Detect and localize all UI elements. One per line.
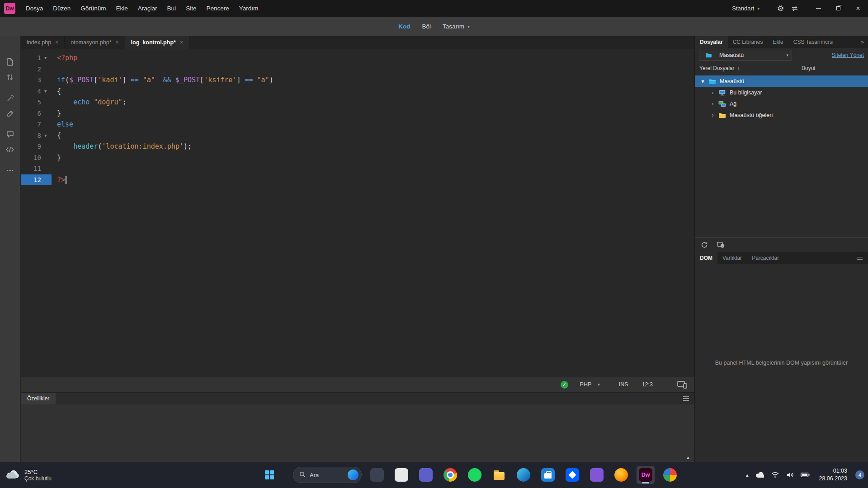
tab-properties[interactable]: Özellikler	[21, 393, 56, 404]
code-text[interactable]: else	[52, 120, 73, 128]
site-reports-icon[interactable]	[717, 241, 725, 248]
panel-menu-icon[interactable]	[683, 396, 689, 397]
code-line-12[interactable]: 12?>	[21, 174, 694, 186]
code-text[interactable]: header('location:index.php');	[52, 142, 192, 150]
teams-app[interactable]	[417, 466, 435, 484]
code-line-10[interactable]: 10}	[21, 152, 694, 164]
panel-menu-icon[interactable]	[857, 256, 863, 257]
view-mode-kod[interactable]: Kod	[398, 23, 410, 30]
panel-tab-cc-libraries[interactable]: CC Libraries	[728, 36, 768, 48]
spotify-app[interactable]	[466, 466, 484, 484]
menu-item-site[interactable]: Site	[181, 5, 201, 12]
code-text[interactable]: if($_POST['kadi'] == "a" && $_POST['ksif…	[52, 76, 274, 84]
notification-badge[interactable]: 4	[855, 470, 864, 479]
workspace-switcher[interactable]: Standart ▾	[732, 5, 760, 12]
chevron-down-icon[interactable]: ▾	[699, 78, 706, 84]
search-box[interactable]: Ara	[293, 467, 362, 483]
panel-tab-ekle[interactable]: Ekle	[768, 36, 788, 48]
comments-icon[interactable]	[0, 127, 20, 142]
document-tab-otomasyon-php[interactable]: otomasyon.php*×	[65, 36, 125, 49]
code-line-7[interactable]: 7else	[21, 119, 694, 130]
realtime-preview-icon[interactable]	[677, 380, 687, 389]
language-selector[interactable]: PHP ▾	[580, 381, 600, 388]
fold-marker-icon[interactable]: ▼	[44, 89, 52, 94]
menu-item-araclar[interactable]: Araçlar	[133, 5, 162, 12]
code-line-11[interactable]: 11	[21, 163, 694, 174]
code-line-5[interactable]: 5 echo "doğru";	[21, 97, 694, 108]
wifi-icon[interactable]	[771, 472, 779, 478]
menu-item-yard-m[interactable]: Yardım	[234, 5, 264, 12]
dom-tab-varl-klar[interactable]: Varlıklar	[717, 252, 747, 264]
format-brush-icon[interactable]	[0, 106, 20, 121]
sync-arrows-icon[interactable]	[0, 70, 20, 85]
menu-item-gorunum[interactable]: Görünüm	[75, 5, 111, 12]
tree-item-bu-bilgisayar[interactable]: ›Bu bilgisayar	[695, 87, 868, 98]
menu-item-pencere[interactable]: Pencere	[201, 5, 234, 12]
chevron-right-icon[interactable]: ›	[709, 101, 716, 107]
more-tools-icon[interactable]	[0, 163, 20, 178]
tree-item-ag[interactable]: ›Ağ	[695, 98, 868, 109]
close-icon[interactable]: ×	[180, 39, 183, 46]
gear-icon[interactable]	[774, 3, 786, 14]
code-line-3[interactable]: 3if($_POST['kadi'] == "a" && $_POST['ksi…	[21, 75, 694, 86]
store-app[interactable]	[539, 466, 557, 484]
scroll-up-icon[interactable]: ▲	[686, 455, 690, 460]
magic-wand-icon[interactable]	[0, 90, 20, 106]
github-app[interactable]	[588, 466, 606, 484]
menu-item-ekle[interactable]: Ekle	[111, 5, 133, 12]
close-icon[interactable]: ×	[55, 39, 58, 46]
bing-icon[interactable]	[348, 469, 359, 480]
code-text[interactable]: {	[52, 87, 61, 95]
code-snippets-icon[interactable]	[0, 142, 20, 157]
code-line-4[interactable]: 4▼{	[21, 86, 694, 97]
view-mode-tasar-m[interactable]: Tasarım▾	[443, 23, 470, 30]
document-tab-log-kontrol-php[interactable]: log_kontrol.php*×	[125, 36, 189, 49]
panel-tab-css-tasar-mc-s[interactable]: CSS Tasarımcısı	[788, 36, 839, 48]
dropbox-app[interactable]	[563, 466, 581, 484]
menu-item-bul[interactable]: Bul	[162, 5, 181, 12]
document-tab-index-php[interactable]: index.php×	[21, 36, 65, 49]
battery-icon[interactable]	[801, 472, 810, 478]
close-button[interactable]: ×	[848, 0, 868, 17]
code-text[interactable]: }	[52, 109, 61, 117]
view-mode-bol[interactable]: Böl	[422, 23, 431, 30]
task-view-app[interactable]	[368, 466, 386, 484]
minimize-button[interactable]	[808, 0, 828, 17]
code-text[interactable]: }	[52, 154, 61, 162]
onedrive-icon[interactable]	[755, 472, 764, 478]
chevron-right-icon[interactable]: ›	[709, 89, 716, 96]
manage-sites-link[interactable]: Siteleri Yönet	[832, 52, 864, 58]
chevron-right-icon[interactable]: ›	[709, 112, 716, 118]
clock[interactable]: 01:03 28.06.2023	[819, 467, 847, 483]
refresh-icon[interactable]	[701, 241, 708, 249]
chrome-app[interactable]	[441, 466, 459, 484]
code-text[interactable]: ?>	[52, 176, 66, 184]
fold-marker-icon[interactable]: ▼	[44, 56, 52, 60]
code-line-1[interactable]: 1▼<?php	[21, 52, 694, 64]
restore-button[interactable]	[828, 0, 848, 17]
site-dropdown[interactable]: Masaüstü ▾	[699, 50, 792, 61]
code-line-9[interactable]: 9 header('location:index.php');	[21, 141, 694, 152]
dom-tab-parcac-klar[interactable]: Parçacıklar	[747, 252, 784, 264]
menu-item-duzen[interactable]: Düzen	[48, 5, 75, 12]
code-text[interactable]: <?php	[52, 54, 77, 62]
code-text[interactable]: echo "doğru";	[52, 98, 127, 106]
start-button[interactable]	[260, 466, 278, 484]
weather-widget[interactable]: 25°C Çok bulutlu	[0, 469, 122, 482]
code-text[interactable]: {	[52, 131, 61, 140]
photos-app[interactable]	[661, 466, 679, 484]
fold-marker-icon[interactable]: ▼	[44, 133, 52, 138]
sync-icon[interactable]	[789, 3, 801, 14]
code-editor[interactable]: 1▼<?php23if($_POST['kadi'] == "a" && $_P…	[21, 49, 694, 377]
tree-item-masaustu[interactable]: ▾Masaüstü	[695, 75, 868, 87]
open-documents-icon[interactable]	[0, 54, 20, 70]
edge-app[interactable]	[514, 466, 533, 484]
file-explorer-app[interactable]	[490, 466, 508, 484]
menu-item-dosya[interactable]: Dosya	[21, 5, 48, 12]
notes-app[interactable]	[392, 466, 410, 484]
column-local-files[interactable]: Yerel Dosyalar	[699, 65, 735, 71]
code-line-2[interactable]: 2	[21, 64, 694, 75]
code-line-6[interactable]: 6}	[21, 108, 694, 119]
panel-tab-dosyalar[interactable]: Dosyalar	[695, 36, 728, 48]
tree-item-masaustu-ogeleri[interactable]: ›Masaüstü öğeleri	[695, 109, 868, 121]
